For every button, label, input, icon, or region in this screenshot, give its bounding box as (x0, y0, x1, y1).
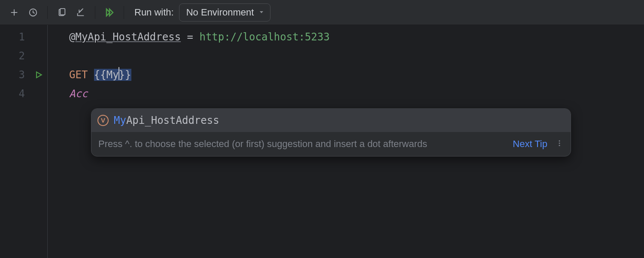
completion-tip-text: Press ^. to choose the selected (or firs… (98, 135, 506, 154)
code-editor[interactable]: 1 2 3 4 @MyApi_HostAddress = http://loca… (0, 25, 644, 258)
line-number: 2 (0, 46, 30, 65)
svg-point-11 (559, 143, 560, 144)
run-with-label: Run with: (134, 7, 174, 18)
line-number: 1 (0, 28, 30, 46)
history-button[interactable] (25, 4, 41, 21)
code-line[interactable]: GET {{My}} (69, 65, 644, 84)
code-line[interactable] (69, 46, 644, 65)
svg-point-12 (559, 145, 560, 146)
more-icon[interactable] (554, 135, 565, 154)
svg-marker-7 (109, 9, 113, 16)
code-line[interactable]: @MyApi_HostAddress = http://localhost:52… (69, 28, 644, 46)
line-number: 4 (0, 84, 30, 103)
run-line-icon[interactable] (30, 65, 47, 84)
svg-marker-8 (260, 11, 263, 13)
completion-tip-bar: Press ^. to choose the selected (or firs… (91, 132, 571, 156)
chevron-down-icon (258, 7, 265, 18)
variable-icon: V (97, 115, 109, 126)
completion-popup: V MyApi_HostAddress Press ^. to choose t… (91, 108, 571, 157)
import-button[interactable] (73, 4, 89, 21)
svg-rect-4 (60, 8, 65, 15)
completion-label: MyApi_HostAddress (114, 111, 219, 130)
toolbar-separator (124, 6, 124, 19)
environment-value: No Environment (186, 7, 254, 18)
line-number-gutter: 1 2 3 4 (0, 25, 30, 258)
svg-line-5 (79, 8, 83, 12)
toolbar-separator (95, 6, 95, 19)
toolbar: Run with: No Environment (0, 0, 644, 25)
line-number: 3 (0, 65, 30, 84)
svg-marker-9 (36, 72, 42, 77)
completion-item[interactable]: V MyApi_HostAddress (91, 109, 571, 132)
code-line[interactable]: Acc (69, 84, 644, 103)
gutter-icons (30, 25, 47, 258)
add-button[interactable] (6, 4, 22, 21)
examples-button[interactable] (54, 4, 70, 21)
environment-select[interactable]: No Environment (179, 3, 271, 22)
run-all-button[interactable] (101, 4, 118, 21)
svg-point-10 (559, 140, 560, 141)
toolbar-separator (47, 6, 48, 19)
next-tip-link[interactable]: Next Tip (513, 135, 547, 154)
